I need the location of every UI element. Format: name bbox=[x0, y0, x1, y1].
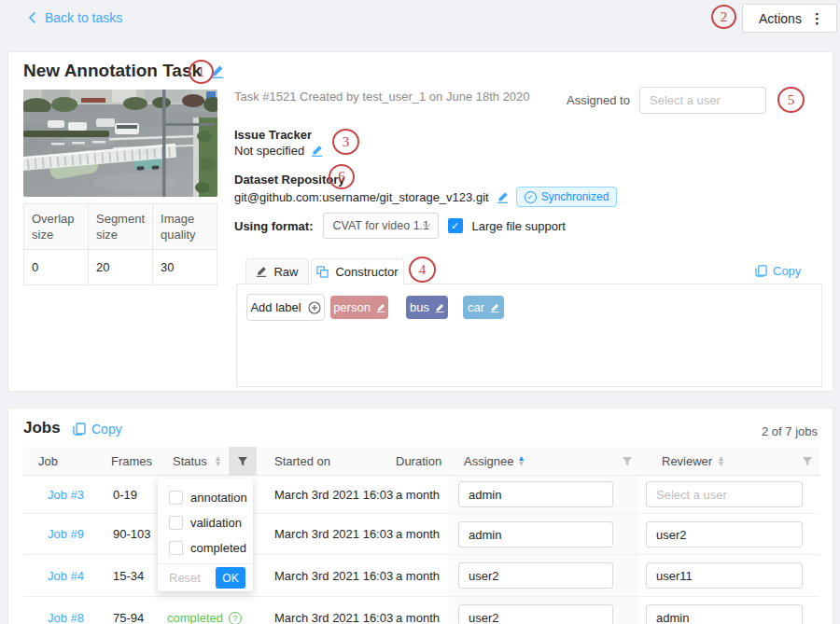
chevron-down-icon bbox=[422, 223, 431, 229]
job-started: March 3rd 2021 16:03 bbox=[274, 514, 393, 555]
col-started: Started on bbox=[274, 447, 330, 476]
job-link[interactable]: Job #3 bbox=[48, 476, 84, 514]
job-frames: 15-34 bbox=[113, 555, 144, 597]
add-label-text: Add label bbox=[250, 300, 301, 314]
format-select[interactable]: CVAT for video 1.1 bbox=[323, 213, 439, 239]
filter-ok-button[interactable]: OK bbox=[216, 567, 245, 589]
annotation-circle-4: 4 bbox=[409, 257, 436, 283]
format-select-value: CVAT for video 1.1 bbox=[333, 219, 430, 232]
issue-tracker-value: Not specified bbox=[234, 144, 304, 158]
status-filter-icon[interactable] bbox=[229, 447, 257, 476]
job-reviewer-input[interactable] bbox=[646, 521, 803, 548]
filter-checkbox[interactable] bbox=[169, 491, 183, 505]
filter-option-completed[interactable]: completed bbox=[158, 535, 253, 561]
copy-icon bbox=[755, 265, 767, 277]
add-label-button[interactable]: Add label bbox=[246, 294, 325, 321]
annotation-circle-3: 3 bbox=[332, 129, 359, 155]
job-frames: 0-19 bbox=[113, 476, 137, 514]
edit-issue-tracker-icon[interactable] bbox=[311, 145, 323, 157]
filter-divider bbox=[158, 563, 253, 564]
labels-copy-label: Copy bbox=[773, 264, 801, 278]
tab-constructor[interactable]: Constructor bbox=[311, 258, 404, 284]
edit-label-icon[interactable] bbox=[376, 303, 385, 312]
caret-down-icon: ▾ bbox=[519, 461, 524, 466]
col-frames: Frames bbox=[111, 447, 152, 476]
label-tag-car[interactable]: car bbox=[463, 296, 504, 319]
filter-option-annotation[interactable]: annotation bbox=[158, 485, 253, 510]
job-duration: a month bbox=[396, 514, 440, 555]
using-format-label: Using format: bbox=[234, 219, 314, 233]
job-row: Job #9 90-103 March 3rd 2021 16:03 a mon… bbox=[23, 514, 819, 555]
edit-label-icon[interactable] bbox=[435, 303, 444, 312]
col-reviewer[interactable]: Reviewer bbox=[662, 447, 712, 476]
dataset-repository-url: git@github.com:username/git_storage_v123… bbox=[234, 190, 489, 204]
job-reviewer-input[interactable] bbox=[646, 481, 803, 507]
sync-status-label: Synchronized bbox=[541, 190, 609, 203]
caret-down-icon: ▾ bbox=[719, 461, 723, 466]
assigned-to-label: Assigned to bbox=[567, 93, 630, 107]
job-frames: 90-103 bbox=[113, 514, 150, 555]
reviewer-sorter[interactable]: ▴▾ bbox=[719, 455, 723, 466]
job-assignee-input[interactable] bbox=[458, 562, 613, 589]
back-to-tasks-link[interactable]: Back to tasks bbox=[28, 10, 122, 25]
job-link[interactable]: Job #8 bbox=[48, 597, 84, 624]
task-preview-image bbox=[23, 90, 217, 197]
block-icon bbox=[316, 266, 329, 278]
assignee-filter-icon[interactable] bbox=[613, 447, 641, 476]
actions-button[interactable]: Actions ⋮ bbox=[742, 4, 837, 33]
chevron-left-icon bbox=[28, 11, 36, 24]
edit-label-icon[interactable] bbox=[490, 303, 499, 312]
assignee-sorter[interactable]: ▴▾ bbox=[519, 455, 524, 466]
col-duration: Duration bbox=[396, 447, 441, 476]
status-sorter[interactable]: ▴▾ bbox=[216, 455, 220, 466]
job-link[interactable]: Job #4 bbox=[48, 555, 84, 597]
job-status-text: completed bbox=[167, 611, 223, 624]
edit-repository-icon[interactable] bbox=[497, 191, 509, 203]
filter-reset-button[interactable]: Reset bbox=[169, 571, 201, 585]
label-tag-text: person bbox=[333, 300, 371, 314]
job-link[interactable]: Job #9 bbox=[48, 514, 84, 555]
more-dots-icon: ⋮ bbox=[810, 10, 824, 27]
reviewer-filter-icon[interactable] bbox=[793, 447, 821, 476]
status-filter-dropdown: annotation validation completed Reset OK bbox=[158, 478, 253, 591]
jobs-title: Jobs bbox=[23, 419, 61, 437]
job-reviewer-input[interactable] bbox=[646, 562, 803, 589]
label-tag-text: bus bbox=[410, 300, 429, 314]
large-file-label: Large file support bbox=[472, 219, 566, 233]
job-assignee-input[interactable] bbox=[458, 481, 613, 507]
tab-raw-label: Raw bbox=[273, 265, 298, 279]
label-tag-person[interactable]: person bbox=[330, 296, 388, 319]
job-status: completed ? bbox=[167, 597, 242, 624]
tab-raw[interactable]: Raw bbox=[245, 258, 309, 284]
task-meta: Task #1521 Created by test_user_1 on Jun… bbox=[234, 90, 530, 104]
filter-checkbox[interactable] bbox=[169, 516, 183, 530]
jobs-copy-label: Copy bbox=[91, 422, 122, 437]
col-assignee[interactable]: Assignee bbox=[464, 447, 513, 476]
filter-checkbox[interactable] bbox=[169, 541, 183, 555]
filter-option-label: completed bbox=[190, 541, 246, 555]
param-header: Image quality bbox=[153, 204, 217, 250]
task-assignee-input[interactable] bbox=[639, 87, 766, 114]
filter-option-label: annotation bbox=[190, 491, 247, 505]
job-reviewer-input[interactable] bbox=[646, 604, 803, 624]
labels-copy-button[interactable]: Copy bbox=[755, 264, 801, 278]
jobs-copy-button[interactable]: Copy bbox=[73, 422, 122, 437]
jobs-count: 2 of 7 jobs bbox=[762, 424, 818, 438]
labels-panel: Add label person bus car bbox=[236, 284, 822, 387]
job-started: March 3rd 2021 16:03 bbox=[274, 555, 393, 597]
sync-status-badge: ✓ Synchronized bbox=[516, 187, 618, 207]
caret-down-icon: ▾ bbox=[216, 461, 220, 466]
large-file-checkbox[interactable]: ✓ bbox=[448, 218, 463, 233]
label-tag-bus[interactable]: bus bbox=[406, 296, 448, 319]
filter-option-validation[interactable]: validation bbox=[158, 510, 253, 535]
job-started: March 3rd 2021 16:03 bbox=[274, 476, 393, 514]
param-value: 30 bbox=[153, 250, 217, 285]
col-status[interactable]: Status bbox=[173, 447, 207, 476]
back-to-tasks-label: Back to tasks bbox=[45, 10, 122, 25]
job-assignee-input[interactable] bbox=[458, 521, 613, 548]
job-assignee-input[interactable] bbox=[458, 604, 613, 624]
task-details-card: New Annotation Task Overlap size Segment… bbox=[7, 51, 833, 392]
jobs-table-header: Job Frames Status ▴▾ Started on Duration… bbox=[23, 447, 819, 476]
check-circle-icon: ✓ bbox=[525, 191, 537, 203]
job-row: Job #3 0-19 March 3rd 2021 16:03 a month bbox=[23, 476, 819, 514]
